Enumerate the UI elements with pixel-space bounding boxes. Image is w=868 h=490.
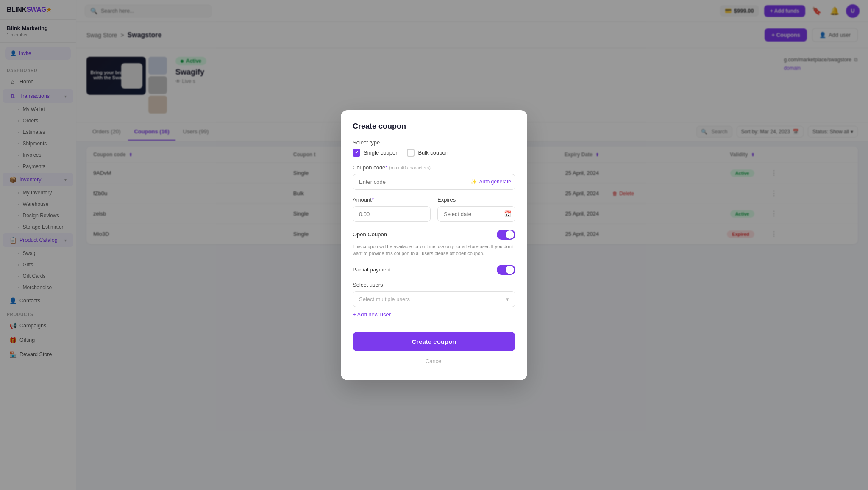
toggle-knob xyxy=(506,266,514,274)
open-coupon-row: Open Coupon xyxy=(353,230,515,240)
create-coupon-modal: Create coupon Select type Single coupon … xyxy=(341,110,527,380)
partial-payment-label: Partial payment xyxy=(353,266,391,273)
date-input-wrap: 📅 xyxy=(437,206,515,222)
add-new-user-link[interactable]: + Add new user xyxy=(353,311,391,318)
modal-title: Create coupon xyxy=(353,122,515,131)
type-options: Single coupon Bulk coupon xyxy=(353,149,515,157)
bulk-coupon-option[interactable]: Bulk coupon xyxy=(407,149,448,157)
open-coupon-hint: This coupon will be available for on tim… xyxy=(353,243,515,257)
sparkle-icon: ✨ xyxy=(470,179,477,185)
bulk-coupon-checkbox[interactable] xyxy=(407,149,415,157)
select-users-section: Select users Select multiple users ▾ + A… xyxy=(353,282,515,318)
single-coupon-option[interactable]: Single coupon xyxy=(353,149,398,157)
amount-label: Amount* xyxy=(353,197,431,203)
cancel-button[interactable]: Cancel xyxy=(353,354,515,368)
single-coupon-label: Single coupon xyxy=(364,149,398,156)
amount-expires-row: Amount* Expires 📅 xyxy=(353,197,515,222)
calendar-icon[interactable]: 📅 xyxy=(504,210,511,217)
expires-section: Expires 📅 xyxy=(437,197,515,222)
coupon-code-label: Coupon code* (max 40 characters) xyxy=(353,164,515,171)
select-users-wrap: Select multiple users ▾ xyxy=(353,291,515,307)
single-coupon-checkbox[interactable] xyxy=(353,149,360,157)
type-label: Select type xyxy=(353,139,515,146)
select-users-label: Select users xyxy=(353,282,515,288)
partial-payment-row: Partial payment xyxy=(353,265,515,275)
amount-input[interactable] xyxy=(353,206,431,222)
toggle-knob xyxy=(506,230,514,239)
open-coupon-label: Open Coupon xyxy=(353,231,387,238)
type-section: Select type Single coupon Bulk coupon xyxy=(353,139,515,157)
partial-payment-toggle[interactable] xyxy=(497,265,515,275)
open-coupon-toggle[interactable] xyxy=(497,230,515,240)
coupon-code-input-wrap: ✨ Auto generate xyxy=(353,174,515,190)
modal-overlay[interactable]: Create coupon Select type Single coupon … xyxy=(0,0,868,490)
coupon-code-section: Coupon code* (max 40 characters) ✨ Auto … xyxy=(353,164,515,190)
bulk-coupon-label: Bulk coupon xyxy=(418,149,448,156)
chevron-down-icon: ▾ xyxy=(506,296,509,302)
amount-section: Amount* xyxy=(353,197,431,222)
expires-label: Expires xyxy=(437,197,515,203)
auto-generate-button[interactable]: ✨ Auto generate xyxy=(470,179,511,185)
create-coupon-button[interactable]: Create coupon xyxy=(353,332,515,351)
select-users-dropdown[interactable]: Select multiple users ▾ xyxy=(353,291,515,307)
